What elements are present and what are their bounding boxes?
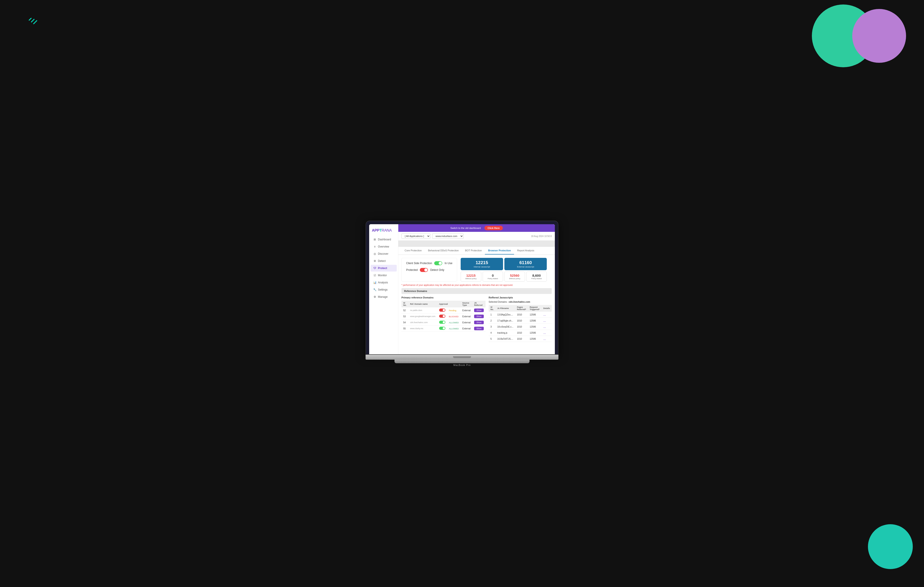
details-button[interactable]: ... (543, 319, 546, 322)
bg-circle-purple (852, 9, 906, 63)
click-here-button[interactable]: Click Here (484, 226, 503, 230)
show-button[interactable]: Show (474, 308, 484, 312)
internal-policy-label: Policy Added (485, 278, 500, 280)
app-selector[interactable]: [ All Applications ] (401, 233, 431, 239)
external-policy-count: 8,600 (529, 274, 544, 277)
details-button[interactable]: ... (543, 331, 546, 335)
tab-browser-protection[interactable]: Browser Protection (485, 247, 514, 254)
laptop-stand (394, 359, 530, 363)
table-row: 53 www.googleadmanager.com BLOCKED Exter… (401, 313, 485, 320)
details-button[interactable]: ... (543, 325, 546, 328)
js-header-row: Sl No. Js Filename Pages Referred* Reque… (489, 305, 552, 312)
tab-behavioral-ddos[interactable]: Behavioral DDoS Protection (425, 247, 462, 254)
sidebar-item-dashboard[interactable]: ⊞ Dashboard (371, 236, 397, 243)
sidebar-item-label: Manage (378, 295, 388, 298)
sidebar-item-analysis[interactable]: 📊 Analysis (371, 279, 397, 286)
detect-icon: ⚙ (373, 259, 376, 262)
in-use-label: In Use (444, 262, 452, 265)
show-button[interactable]: Show (474, 326, 484, 330)
details-button[interactable]: ... (543, 337, 546, 341)
show-button[interactable]: Show (474, 315, 484, 318)
approval-toggle[interactable] (439, 321, 446, 324)
settings-icon: 🔧 (373, 288, 376, 291)
table-row: 3 18.e3orpDiE.c... 1010 12586 ... (489, 324, 552, 330)
sidebar-item-label: Protect (378, 267, 387, 270)
main-content: Switch to the old dashboard Click Here [… (398, 224, 555, 354)
svg-line-0 (29, 18, 31, 20)
right-panel: Reffered Javascripts Selected Domains : … (489, 296, 552, 342)
sidebar-item-overview[interactable]: ≡ Overview (371, 243, 397, 250)
domain-selector[interactable]: www.indusface.com (432, 233, 464, 239)
decorative-lines-icon (27, 18, 40, 31)
two-panel: Primary reference Domains Sl No. Ref. Do… (401, 296, 552, 342)
sidebar-item-label: Analysis (378, 281, 388, 284)
internal-without-count: 12215 (464, 274, 478, 277)
external-policy-added-card: 8,600 Policy Added (526, 272, 547, 282)
header-date: 18 Aug 2024 10:50:0 (531, 235, 552, 237)
laptop-frame: APPTRANA ⊞ Dashboard ≡ Overview ◎ Discov… (366, 221, 558, 366)
table-row: 4 tracking.js 1010 12586 ... (489, 330, 552, 336)
header-bar: [ All Applications ] www.indusface.com 1… (398, 232, 555, 241)
show-button[interactable]: Show (474, 321, 484, 324)
overview-icon: ≡ (373, 245, 376, 248)
js-col-sl: Sl No. (489, 305, 496, 312)
col-approval: Approval (437, 301, 460, 307)
grey-divider (398, 241, 555, 247)
sidebar-item-label: Settings (378, 288, 388, 291)
laptop-label: MacBook Pro (366, 364, 558, 366)
app-logo: APPTRANA (369, 226, 398, 236)
external-policy-label: Policy Added (529, 278, 544, 280)
sidebar: APPTRANA ⊞ Dashboard ≡ Overview ◎ Discov… (369, 224, 398, 354)
left-panel: Primary reference Domains Sl No. Ref. Do… (401, 296, 485, 342)
table-header-row: Sl No. Ref. Domain name Approval Source … (401, 301, 485, 307)
referred-js-title: Reffered Javascripts (489, 296, 552, 299)
client-side-control-row: Client Side Protection In Use (406, 261, 452, 265)
approval-toggle[interactable] (439, 315, 446, 318)
header-selects: [ All Applications ] www.indusface.com (401, 233, 464, 239)
reference-domains-header: Reference Domains (401, 288, 552, 294)
referred-js-table: Sl No. Js Filename Pages Referred* Reque… (489, 305, 552, 342)
internal-policy-count: 0 (485, 274, 500, 277)
protected-control-row: Protected Detect Only (406, 268, 452, 272)
client-side-toggle[interactable] (434, 261, 442, 265)
col-js: JS Referred (472, 301, 485, 307)
js-col-pages: Pages Referred* (515, 305, 528, 312)
internal-without-label: Without policy (464, 278, 478, 280)
tab-report-analysis[interactable]: Report Analysis (514, 247, 537, 254)
protect-icon: 🛡 (373, 267, 376, 270)
sidebar-item-monitor[interactable]: ☑ Monitor (371, 272, 397, 279)
sidebar-item-discover[interactable]: ◎ Discover (371, 251, 397, 257)
content-area: Client Side Protection In Use Protected … (398, 255, 555, 354)
discover-icon: ◎ (373, 252, 376, 256)
external-js-count: 61160 (508, 260, 543, 265)
details-button[interactable]: ... (543, 313, 546, 317)
sidebar-item-protect[interactable]: 🛡 Protect (371, 265, 397, 272)
bg-circle-teal (868, 524, 913, 569)
protection-controls: Client Side Protection In Use Protected … (401, 258, 457, 282)
table-row: 5 16.BaTc8TJS.... 1010 12586 ... (489, 336, 552, 342)
approval-toggle[interactable] (439, 326, 446, 330)
tabs-bar: Core Protection Behavioral DDoS Protecti… (398, 247, 555, 255)
internal-js-count: 12215 (464, 260, 500, 265)
external-js-label: External Javascript (508, 266, 543, 268)
js-col-filename: Js Filename (495, 305, 515, 312)
sidebar-item-settings[interactable]: 🔧 Settings (371, 286, 397, 293)
sidebar-item-detect[interactable]: ⚙ Detect (371, 257, 397, 264)
protection-row: Client Side Protection In Use Protected … (401, 258, 552, 282)
laptop-bezel: APPTRANA ⊞ Dashboard ≡ Overview ◎ Discov… (366, 221, 558, 355)
approval-toggle[interactable] (439, 308, 446, 312)
selected-domain-value: cdn.livechatinc.com (509, 301, 530, 303)
external-without-policy-card: 52560 Without policy (504, 272, 525, 282)
stats-top-row: 12215 Internal Javascript 61160 External… (460, 258, 552, 270)
tab-bot-protection[interactable]: BOT Protection (462, 247, 485, 254)
sidebar-item-manage[interactable]: ⚙ Manage (371, 294, 397, 300)
external-without-label: Without policy (507, 278, 522, 280)
top-banner: Switch to the old dashboard Click Here (398, 224, 555, 232)
analysis-icon: 📊 (373, 281, 376, 284)
tab-core-protection[interactable]: Core Protection (401, 247, 425, 254)
protected-label: Protected (406, 269, 417, 272)
col-source: Source Type (460, 301, 472, 307)
external-js-card: 61160 External Javascript (504, 258, 547, 270)
protected-toggle[interactable] (420, 268, 428, 272)
warning-message: * performance of your application may be… (401, 284, 552, 286)
